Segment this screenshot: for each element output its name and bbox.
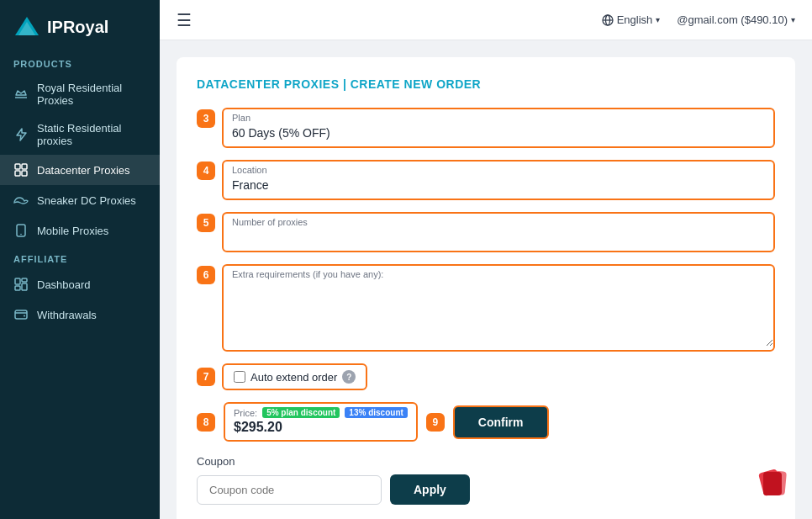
account-selector[interactable]: @gmail.com ($490.10) ▾ [677,13,795,26]
step-extra-row: 6 Extra requirements (if you have any): [197,264,775,352]
iproyal-watermark [755,462,799,506]
svg-rect-3 [22,164,27,169]
auto-extend-field: Auto extend order ? [222,363,367,390]
apply-button[interactable]: Apply [390,474,470,505]
price-value: $295.20 [225,418,416,440]
proxies-field: Number of proxies 100 [222,212,775,252]
svg-rect-5 [22,171,27,176]
extra-field: Extra requirements (if you have any): [222,264,775,352]
proxies-input[interactable]: 100 [224,227,773,251]
extra-label: Extra requirements (if you have any): [224,266,773,279]
sidebar-item-label: Static Residential proxies [37,122,146,147]
proxies-label: Number of proxies [224,214,773,227]
sidebar-item-withdrawals[interactable]: Withdrawals [0,299,160,330]
sidebar: IPRoyal PRODUCTS Royal Residential Proxi… [0,0,160,519]
price-label: Price: [234,408,257,418]
bolt-icon [13,127,29,142]
extra-textarea[interactable] [224,279,773,347]
plan-field: Plan 60 Days (5% OFF) 1 Day 7 Days 30 Da… [222,108,775,148]
help-icon[interactable]: ? [342,370,356,384]
main: ☰ English ▾ @gmail.com ($490.10) ▾ DATAC… [160,0,812,519]
discount-badge-plan: 5% plan discount [262,407,340,418]
logo: IPRoyal [0,0,160,50]
sidebar-item-dashboard[interactable]: Dashboard [0,269,160,299]
order-card: DATACENTER PROXIES | CREATE NEW ORDER 3 … [177,57,795,519]
location-label: Location [224,162,773,175]
step-6-badge: 6 [197,266,215,284]
location-select[interactable]: France United States Germany United King… [224,175,773,199]
coupon-label: Coupon [197,455,775,468]
logo-text: IPRoyal [47,18,108,37]
step-3-badge: 3 [197,109,215,128]
svg-rect-4 [15,171,20,176]
step-plan-row: 3 Plan 60 Days (5% OFF) 1 Day 7 Days 30 … [197,108,775,148]
menu-icon[interactable]: ☰ [177,10,192,30]
step-4-badge: 4 [197,162,215,180]
sidebar-item-label: Withdrawals [37,309,97,321]
affiliate-section-label: AFFILIATE [0,246,160,269]
language-label: English [617,13,653,26]
dashboard-icon [13,277,29,292]
price-confirm-row: 8 Price: 5% plan discount 13% discount $… [197,402,775,442]
sidebar-item-static-residential[interactable]: Static Residential proxies [0,114,160,155]
plan-select[interactable]: 60 Days (5% OFF) 1 Day 7 Days 30 Days 90… [224,123,773,146]
discount-badge-extra: 13% discount [345,407,407,418]
page-title: DATACENTER PROXIES | CREATE NEW ORDER [197,77,775,91]
svg-rect-10 [22,283,27,290]
content-area: DATACENTER PROXIES | CREATE NEW ORDER 3 … [160,40,812,519]
logo-icon [13,15,40,39]
confirm-button[interactable]: Confirm [453,405,549,439]
auto-extend-label: Auto extend order [250,371,337,384]
sidebar-item-label: Mobile Proxies [37,225,108,237]
step-5-badge: 5 [197,214,215,232]
svg-rect-9 [22,278,27,282]
location-field: Location France United States Germany Un… [222,160,775,200]
account-chevron-icon: ▾ [791,15,795,24]
step-proxies-row: 5 Number of proxies 100 [197,212,775,252]
products-section-label: PRODUCTS [0,50,160,74]
topbar: ☰ English ▾ @gmail.com ($490.10) ▾ [160,0,812,40]
coupon-input[interactable] [197,475,382,505]
step-location-row: 4 Location France United States Germany … [197,160,775,200]
svg-rect-11 [15,286,20,290]
grid-icon [13,162,29,177]
svg-point-13 [24,315,25,317]
step-auto-extend-row: 7 Auto extend order ? [197,363,775,390]
svg-rect-2 [15,164,20,169]
coupon-row: Apply [197,474,775,505]
language-selector[interactable]: English ▾ [602,13,661,26]
auto-extend-checkbox[interactable] [234,371,245,383]
svg-rect-12 [15,310,27,319]
crown-icon [13,87,29,102]
plan-label: Plan [224,109,773,123]
sidebar-item-label: Sneaker DC Proxies [37,194,136,207]
wallet-icon [13,307,29,322]
sidebar-item-label: Royal Residential Proxies [37,82,146,107]
svg-point-7 [20,234,22,236]
account-label: @gmail.com ($490.10) [677,13,788,26]
sidebar-item-mobile[interactable]: Mobile Proxies [0,215,160,246]
svg-rect-8 [15,278,20,284]
sidebar-item-royal-residential[interactable]: Royal Residential Proxies [0,74,160,114]
step-7-badge: 7 [197,368,215,386]
sidebar-item-label: Dashboard [37,278,91,291]
coupon-section: Coupon Apply [197,455,775,505]
step-9-badge: 9 [426,413,445,432]
language-chevron-icon: ▾ [656,15,660,24]
svg-rect-19 [763,472,782,495]
sneaker-icon [13,193,29,208]
sidebar-item-datacenter[interactable]: Datacenter Proxies [0,155,160,185]
mobile-icon [13,223,29,238]
price-field: Price: 5% plan discount 13% discount $29… [224,402,418,442]
step-8-badge: 8 [197,413,215,432]
sidebar-item-label: Datacenter Proxies [37,164,130,177]
sidebar-item-sneaker-dc[interactable]: Sneaker DC Proxies [0,185,160,215]
globe-icon [602,14,614,26]
